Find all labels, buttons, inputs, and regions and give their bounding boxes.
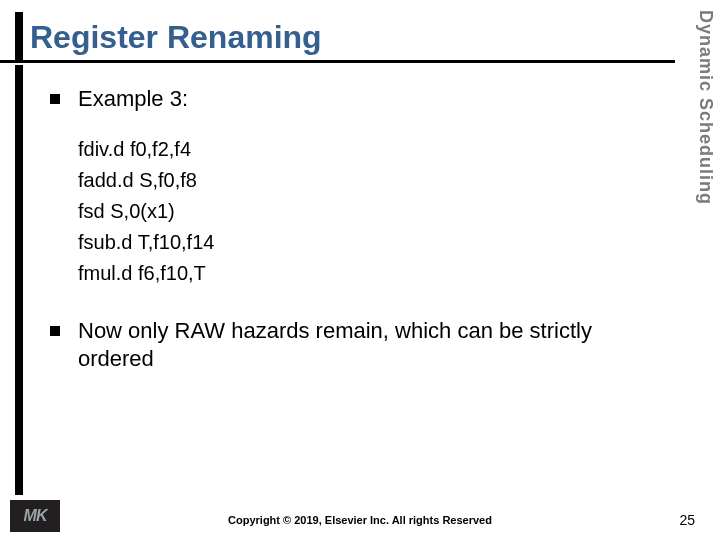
bullet-item: Now only RAW hazards remain, which can b…: [10, 317, 670, 374]
publisher-logo: MK: [10, 500, 60, 532]
square-bullet-icon: [50, 94, 60, 104]
code-line: fmul.d f6,f10,T: [78, 258, 670, 289]
slide-title: Register Renaming: [30, 15, 675, 60]
code-line: fsub.d T,f10,f14: [78, 227, 670, 258]
bullet-text: Now only RAW hazards remain, which can b…: [78, 317, 670, 374]
slide-body: Example 3: fdiv.d f0,f2,f4 fadd.d S,f0,f…: [10, 85, 670, 480]
title-bar: Register Renaming: [0, 15, 675, 63]
bullet-text: Example 3:: [78, 85, 188, 114]
square-bullet-icon: [50, 326, 60, 336]
code-block: fdiv.d f0,f2,f4 fadd.d S,f0,f8 fsd S,0(x…: [10, 134, 670, 289]
footer: MK Copyright © 2019, Elsevier Inc. All r…: [0, 500, 720, 540]
slide: Register Renaming Dynamic Scheduling Exa…: [0, 0, 720, 540]
code-line: fsd S,0(x1): [78, 196, 670, 227]
copyright-text: Copyright © 2019, Elsevier Inc. All righ…: [228, 514, 492, 526]
bullet-item: Example 3:: [10, 85, 670, 114]
section-label: Dynamic Scheduling: [695, 10, 716, 205]
page-number: 25: [679, 512, 695, 528]
logo-text: MK: [24, 507, 47, 525]
code-line: fadd.d S,f0,f8: [78, 165, 670, 196]
code-line: fdiv.d f0,f2,f4: [78, 134, 670, 165]
